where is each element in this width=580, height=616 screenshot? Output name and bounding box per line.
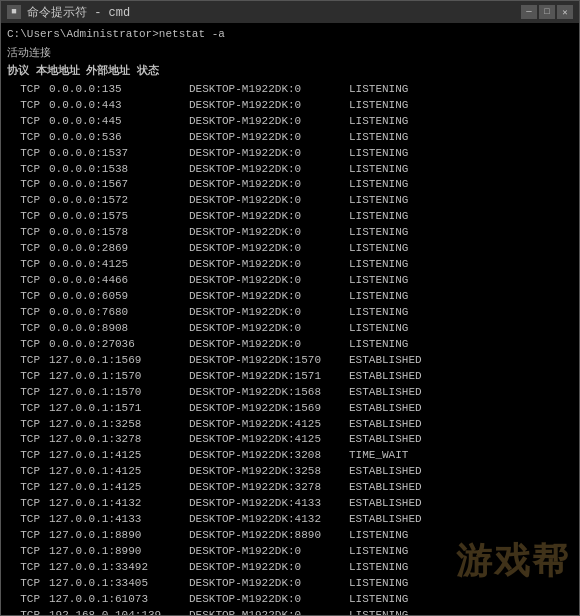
table-row: TCP127.0.0.1:3258 DESKTOP-M1922DK:4125 E… bbox=[7, 417, 573, 433]
maximize-button[interactable]: □ bbox=[539, 5, 555, 19]
command-line: C:\Users\Administrator>netstat -a bbox=[7, 27, 573, 43]
title-bar: ■ 命令提示符 - cmd ─ □ ✕ bbox=[1, 1, 579, 23]
table-row: TCP0.0.0.0:1567 DESKTOP-M1922DK:0 LISTEN… bbox=[7, 177, 573, 193]
table-row: TCP127.0.0.1:3278 DESKTOP-M1922DK:4125 E… bbox=[7, 432, 573, 448]
netstat-rows: TCP0.0.0.0:135 DESKTOP-M1922DK:0 LISTENI… bbox=[7, 82, 573, 615]
table-row: TCP127.0.0.1:4125 DESKTOP-M1922DK:3278 E… bbox=[7, 480, 573, 496]
table-row: TCP0.0.0.0:1538 DESKTOP-M1922DK:0 LISTEN… bbox=[7, 162, 573, 178]
table-row: TCP127.0.0.1:8990 DESKTOP-M1922DK:0 LIST… bbox=[7, 544, 573, 560]
title-bar-left: ■ 命令提示符 - cmd bbox=[7, 4, 130, 21]
table-row: TCP127.0.0.1:4125 DESKTOP-M1922DK:3208 T… bbox=[7, 448, 573, 464]
table-row: TCP0.0.0.0:536 DESKTOP-M1922DK:0 LISTENI… bbox=[7, 130, 573, 146]
table-row: TCP0.0.0.0:135 DESKTOP-M1922DK:0 LISTENI… bbox=[7, 82, 573, 98]
minimize-button[interactable]: ─ bbox=[521, 5, 537, 19]
table-row: TCP0.0.0.0:4125 DESKTOP-M1922DK:0 LISTEN… bbox=[7, 257, 573, 273]
table-row: TCP0.0.0.0:1537 DESKTOP-M1922DK:0 LISTEN… bbox=[7, 146, 573, 162]
title-bar-buttons: ─ □ ✕ bbox=[521, 5, 573, 19]
table-row: TCP127.0.0.1:61073 DESKTOP-M1922DK:0 LIS… bbox=[7, 592, 573, 608]
table-row: TCP0.0.0.0:7680 DESKTOP-M1922DK:0 LISTEN… bbox=[7, 305, 573, 321]
table-row: TCP127.0.0.1:33492 DESKTOP-M1922DK:0 LIS… bbox=[7, 560, 573, 576]
window-icon: ■ bbox=[7, 5, 21, 19]
table-row: TCP127.0.0.1:1571 DESKTOP-M1922DK:1569 E… bbox=[7, 401, 573, 417]
table-row: TCP0.0.0.0:443 DESKTOP-M1922DK:0 LISTENI… bbox=[7, 98, 573, 114]
section-title: 活动连接 bbox=[7, 46, 573, 62]
table-row: TCP0.0.0.0:1578 DESKTOP-M1922DK:0 LISTEN… bbox=[7, 225, 573, 241]
table-row: TCP0.0.0.0:2869 DESKTOP-M1922DK:0 LISTEN… bbox=[7, 241, 573, 257]
table-row: TCP0.0.0.0:27036 DESKTOP-M1922DK:0 LISTE… bbox=[7, 337, 573, 353]
table-row: TCP127.0.0.1:8890 DESKTOP-M1922DK:8890 L… bbox=[7, 528, 573, 544]
table-row: TCP0.0.0.0:445 DESKTOP-M1922DK:0 LISTENI… bbox=[7, 114, 573, 130]
table-row: TCP0.0.0.0:8908 DESKTOP-M1922DK:0 LISTEN… bbox=[7, 321, 573, 337]
table-row: TCP192.168.0.104:139 DESKTOP-M1922DK:0 L… bbox=[7, 608, 573, 615]
table-row: TCP127.0.0.1:1570 DESKTOP-M1922DK:1571 E… bbox=[7, 369, 573, 385]
window: ■ 命令提示符 - cmd ─ □ ✕ C:\Users\Administrat… bbox=[0, 0, 580, 616]
table-row: TCP0.0.0.0:1575 DESKTOP-M1922DK:0 LISTEN… bbox=[7, 209, 573, 225]
table-row: TCP0.0.0.0:6059 DESKTOP-M1922DK:0 LISTEN… bbox=[7, 289, 573, 305]
table-row: TCP0.0.0.0:1572 DESKTOP-M1922DK:0 LISTEN… bbox=[7, 193, 573, 209]
table-row: TCP127.0.0.1:4125 DESKTOP-M1922DK:3258 E… bbox=[7, 464, 573, 480]
window-title: 命令提示符 - cmd bbox=[27, 4, 130, 21]
table-row: TCP127.0.0.1:1569 DESKTOP-M1922DK:1570 E… bbox=[7, 353, 573, 369]
close-button[interactable]: ✕ bbox=[557, 5, 573, 19]
terminal-output: C:\Users\Administrator>netstat -a 活动连接 协… bbox=[1, 23, 579, 615]
table-header: 协议 本地地址 外部地址 状态 bbox=[7, 64, 573, 80]
table-row: TCP0.0.0.0:4466 DESKTOP-M1922DK:0 LISTEN… bbox=[7, 273, 573, 289]
table-row: TCP127.0.0.1:4132 DESKTOP-M1922DK:4133 E… bbox=[7, 496, 573, 512]
table-row: TCP127.0.0.1:1570 DESKTOP-M1922DK:1568 E… bbox=[7, 385, 573, 401]
table-row: TCP127.0.0.1:33405 DESKTOP-M1922DK:0 LIS… bbox=[7, 576, 573, 592]
table-row: TCP127.0.0.1:4133 DESKTOP-M1922DK:4132 E… bbox=[7, 512, 573, 528]
